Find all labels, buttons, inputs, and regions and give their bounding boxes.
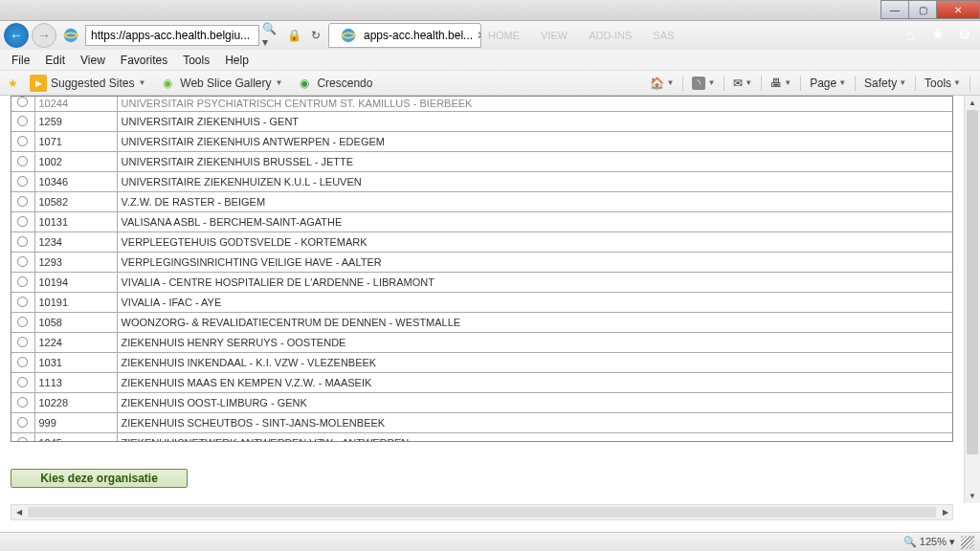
radio-button[interactable] xyxy=(17,337,28,347)
safety-cmd-button[interactable]: Safety▼ xyxy=(859,75,911,92)
window-maximize-button[interactable]: ▢ xyxy=(908,0,937,19)
org-id: 10194 xyxy=(34,273,117,293)
menu-view[interactable]: View xyxy=(73,52,113,69)
radio-cell[interactable] xyxy=(11,433,34,443)
radio-button[interactable] xyxy=(17,256,28,267)
slice-icon: ◉ xyxy=(159,75,176,92)
feeds-cmd-button[interactable]: ৲▼ xyxy=(687,75,720,92)
radio-button[interactable] xyxy=(17,176,28,187)
radio-cell[interactable] xyxy=(11,132,34,152)
status-bar: 🔍 125% ▾ xyxy=(0,532,980,551)
org-id: 1045 xyxy=(34,433,117,443)
radio-cell[interactable] xyxy=(11,212,34,232)
page-cmd-button[interactable]: Page▼ xyxy=(805,75,851,92)
favorites-bar: ★ ▶ Suggested Sites▼ ◉ Web Slice Gallery… xyxy=(0,71,980,96)
radio-cell[interactable] xyxy=(11,313,34,333)
menu-edit[interactable]: Edit xyxy=(37,52,73,69)
radio-cell[interactable] xyxy=(11,152,34,172)
radio-button[interactable] xyxy=(17,236,28,247)
home-cmd-button[interactable]: 🏠▼ xyxy=(645,75,679,92)
ie-icon xyxy=(62,27,79,44)
tools-cmd-button[interactable]: Tools▼ xyxy=(920,75,966,92)
radio-cell[interactable] xyxy=(11,112,34,132)
play-icon: ▶ xyxy=(30,75,47,92)
radio-button[interactable] xyxy=(17,196,28,207)
radio-button[interactable] xyxy=(17,216,28,227)
menu-tools[interactable]: Tools xyxy=(175,52,217,69)
menu-help[interactable]: Help xyxy=(217,52,256,69)
ssl-lock-icon[interactable]: 🔒 xyxy=(284,26,303,45)
menu-favorites[interactable]: Favorites xyxy=(113,52,175,69)
table-row: 1293VERPLEGINGSINRICHTING VEILIGE HAVE -… xyxy=(11,253,952,273)
refresh-button[interactable]: ↻ xyxy=(306,26,325,45)
scroll-thumb[interactable] xyxy=(967,110,978,454)
radio-button[interactable] xyxy=(17,276,28,287)
radio-cell[interactable] xyxy=(11,413,34,433)
radio-cell[interactable] xyxy=(11,293,34,313)
radio-button[interactable] xyxy=(17,397,28,408)
favorites-button[interactable]: ★ xyxy=(924,22,949,47)
tab-title: apps-acc.health.bel... xyxy=(364,29,473,42)
window-minimize-button[interactable]: — xyxy=(880,0,909,19)
org-id: 1071 xyxy=(34,132,117,152)
home-button[interactable]: ⌂ xyxy=(898,22,923,47)
vertical-scrollbar[interactable]: ▲ ▼ xyxy=(964,96,980,503)
crescendo-link[interactable]: ◉ Crescendo xyxy=(291,73,377,94)
table-row: 999ZIEKENHUIS SCHEUTBOS - SINT-JANS-MOLE… xyxy=(11,413,952,433)
scroll-down-button[interactable]: ▼ xyxy=(965,489,980,503)
org-id: 1293 xyxy=(34,253,117,273)
radio-cell[interactable] xyxy=(11,192,34,212)
web-slice-gallery-button[interactable]: ◉ Web Slice Gallery▼ xyxy=(154,73,287,94)
radio-cell[interactable] xyxy=(11,333,34,353)
radio-button[interactable] xyxy=(17,97,28,107)
radio-button[interactable] xyxy=(17,116,28,126)
org-id: 1113 xyxy=(34,373,117,393)
suggested-sites-button[interactable]: ▶ Suggested Sites▼ xyxy=(25,73,150,94)
radio-cell[interactable] xyxy=(11,253,34,273)
radio-cell[interactable] xyxy=(11,232,34,253)
scroll-right-button[interactable]: ▶ xyxy=(938,505,952,519)
page-content: 10244UNIVERSITAIR PSYCHIATRISCH CENTRUM … xyxy=(0,96,980,532)
mail-cmd-button[interactable]: ✉▼ xyxy=(728,75,757,92)
org-name: UNIVERSITAIRE ZIEKENHUIZEN K.U.L - LEUVE… xyxy=(117,172,952,192)
radio-cell[interactable] xyxy=(11,373,34,393)
address-bar[interactable]: https://apps-acc.health.belgiu... xyxy=(85,25,259,46)
radio-cell[interactable] xyxy=(11,97,34,112)
scroll-up-button[interactable]: ▲ xyxy=(965,96,980,110)
org-id: 999 xyxy=(34,413,117,433)
horizontal-scrollbar[interactable]: ◀ ▶ xyxy=(11,504,953,520)
resize-grip[interactable] xyxy=(961,536,974,549)
radio-button[interactable] xyxy=(17,156,28,166)
browser-tab[interactable]: apps-acc.health.bel... ✕ xyxy=(328,23,481,48)
radio-button[interactable] xyxy=(17,136,28,146)
table-row: 1224ZIEKENHUIS HENRY SERRUYS - OOSTENDE xyxy=(11,333,952,353)
radio-cell[interactable] xyxy=(11,273,34,293)
window-close-button[interactable]: ✕ xyxy=(936,0,980,19)
radio-cell[interactable] xyxy=(11,393,34,413)
forward-button[interactable]: → xyxy=(32,23,56,48)
radio-button[interactable] xyxy=(17,377,28,387)
org-id: 1259 xyxy=(34,112,117,132)
back-button[interactable]: ← xyxy=(4,23,29,48)
radio-cell[interactable] xyxy=(11,353,34,373)
radio-button[interactable] xyxy=(17,297,28,307)
org-id: 10582 xyxy=(34,192,117,212)
scroll-left-button[interactable]: ◀ xyxy=(11,505,26,519)
scroll-thumb[interactable] xyxy=(28,507,936,518)
settings-button[interactable]: ⚙ xyxy=(951,22,976,47)
window-titlebar: — ▢ ✕ xyxy=(0,0,980,21)
choose-organisation-button[interactable]: Kies deze organisatie xyxy=(11,469,188,488)
fav-star-icon[interactable]: ★ xyxy=(4,75,21,92)
radio-button[interactable] xyxy=(17,357,28,367)
org-name: ZIEKENHUIS HENRY SERRUYS - OOSTENDE xyxy=(117,333,952,353)
radio-button[interactable] xyxy=(17,317,28,327)
zoom-level[interactable]: 🔍 125% ▾ xyxy=(903,536,955,548)
table-row: 1058WOONZORG- & REVALIDATIECENTRUM DE DE… xyxy=(11,313,952,333)
radio-cell[interactable] xyxy=(11,172,34,192)
print-cmd-button[interactable]: 🖶▼ xyxy=(766,75,796,92)
radio-button[interactable] xyxy=(17,417,28,428)
radio-button[interactable] xyxy=(17,437,28,443)
menu-file[interactable]: File xyxy=(4,52,37,69)
tab-close-button[interactable]: ✕ xyxy=(477,29,481,42)
search-dropdown-button[interactable]: 🔍 ▾ xyxy=(262,26,281,45)
